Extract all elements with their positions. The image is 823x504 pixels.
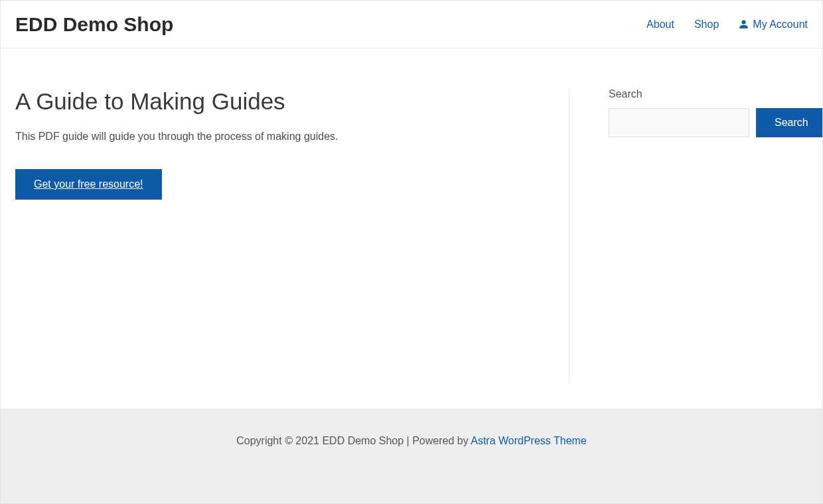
site-footer: Copyright © 2021 EDD Demo Shop | Powered… xyxy=(1,409,822,503)
site-header: EDD Demo Shop About Shop My Account xyxy=(1,1,822,48)
nav-about[interactable]: About xyxy=(646,19,674,31)
search-input[interactable] xyxy=(609,108,749,137)
nav-my-account-label: My Account xyxy=(753,19,808,31)
page-title: A Guide to Making Guides xyxy=(15,88,542,115)
primary-nav: About Shop My Account xyxy=(646,19,808,31)
content-area: A Guide to Making Guides This PDF guide … xyxy=(1,48,822,410)
sidebar: Search Search xyxy=(569,48,808,383)
nav-shop[interactable]: Shop xyxy=(694,19,719,31)
site-title[interactable]: EDD Demo Shop xyxy=(15,13,173,36)
get-resource-button[interactable]: Get your free resource! xyxy=(15,169,162,200)
footer-theme-link[interactable]: Astra WordPress Theme xyxy=(471,435,587,446)
footer-text: Copyright © 2021 EDD Demo Shop | Powered… xyxy=(236,435,587,447)
main-content: A Guide to Making Guides This PDF guide … xyxy=(15,48,569,410)
nav-my-account[interactable]: My Account xyxy=(739,19,808,31)
footer-copyright: Copyright © 2021 EDD Demo Shop | Powered… xyxy=(236,435,471,446)
search-label: Search xyxy=(609,88,808,100)
search-form: Search xyxy=(609,108,808,137)
page-description: This PDF guide will guide you through th… xyxy=(15,131,542,143)
search-button[interactable]: Search xyxy=(756,108,823,137)
user-icon xyxy=(739,19,749,29)
